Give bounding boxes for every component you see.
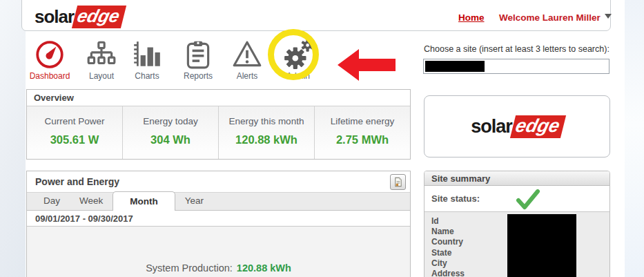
header-bar: solaredge Home Welcome Lauren Miller [21, 0, 611, 31]
page-background-right [625, 0, 644, 277]
tab-year[interactable]: Year [175, 192, 213, 210]
overview-stats-row: Current Power 305.61 W Energy today 304 … [27, 106, 410, 159]
nav-label-reports: Reports [176, 71, 220, 81]
stat-label: Energy this month [219, 116, 314, 126]
system-production-line: System Production:120.88 kWh [27, 227, 410, 274]
site-status-row: Site status: [425, 186, 609, 212]
hierarchy-icon [86, 39, 117, 70]
stat-value: 305.61 W [27, 133, 122, 146]
nav-label-alerts: Alerts [225, 71, 269, 81]
logo-text-solar: solar [471, 116, 512, 137]
green-checkmark-icon [516, 189, 540, 210]
date-range-text: 09/01/2017 - 09/30/2017 [27, 211, 410, 227]
system-production-value: 120.88 kWh [237, 262, 291, 274]
clipboard-icon [182, 39, 214, 70]
stat-label: Lifetime energy [315, 116, 410, 126]
solaredge-logo-large: solaredge [471, 115, 563, 138]
stat-energy-this-month: Energy this month 120.88 kWh [219, 106, 315, 159]
site-status-label: Site status: [431, 193, 480, 204]
site-summary-title: Site summary [425, 171, 609, 186]
gears-icon [282, 39, 314, 70]
chart-area: System Production:120.88 kWh [27, 227, 410, 277]
site-logo-box: solaredge [424, 95, 610, 157]
stat-lifetime-energy: Lifetime energy 2.75 MWh [315, 106, 410, 159]
tab-day[interactable]: Day [34, 192, 70, 210]
nav-item-admin[interactable]: Admin [276, 39, 320, 81]
page-background-left [0, 0, 26, 277]
nav-item-layout[interactable]: Layout [79, 39, 124, 81]
nav-label-charts: Charts [125, 71, 169, 81]
stat-label: Energy today [123, 116, 218, 126]
nav-item-dashboard[interactable]: Dashboard [28, 39, 72, 81]
nav-item-charts[interactable]: Charts [125, 39, 169, 81]
logo-text-edge: edge [513, 115, 562, 137]
solaredge-logo: solaredge [35, 6, 124, 28]
logo-red-parallelogram: edge [72, 6, 126, 28]
home-link[interactable]: Home [458, 12, 485, 23]
overview-panel: Overview Current Power 305.61 W Energy t… [26, 89, 411, 160]
welcome-user-text: Welcome Lauren Miller [499, 12, 601, 23]
export-chart-button[interactable] [390, 174, 406, 190]
tab-month[interactable]: Month [113, 191, 175, 211]
power-and-energy-header: Power and Energy [27, 171, 410, 192]
gauge-icon [34, 39, 66, 70]
logo-text-edge: edge [75, 6, 122, 27]
site-summary-fields: Id Name Country State City Address [425, 212, 609, 277]
nav-label-admin: Admin [276, 71, 320, 81]
export-document-icon [393, 177, 403, 187]
warning-triangle-icon [231, 39, 263, 70]
stat-energy-today: Energy today 304 Wh [123, 106, 219, 159]
site-search-redaction [425, 61, 485, 72]
overview-title: Overview [27, 90, 410, 106]
tab-week[interactable]: Week [70, 192, 113, 210]
power-and-energy-panel: Power and Energy Day Week Month Year 09/… [26, 171, 411, 277]
stat-value: 304 Wh [123, 133, 218, 146]
site-search-label: Choose a site (insert at least 3 letters… [424, 44, 609, 54]
user-menu-chevron-down-icon[interactable] [605, 14, 612, 19]
red-arrow-annotation [338, 49, 396, 82]
stat-value: 2.75 MWh [315, 133, 410, 146]
nav-item-reports[interactable]: Reports [176, 39, 220, 81]
power-and-energy-title: Power and Energy [35, 176, 119, 187]
site-summary-panel: Site summary Site status: Id Name Countr… [424, 171, 610, 277]
system-production-label: System Production: [146, 262, 233, 274]
bar-chart-icon [131, 39, 163, 70]
period-tab-bar: Day Week Month Year [27, 192, 410, 211]
nav-item-alerts[interactable]: Alerts [225, 39, 269, 81]
site-values-redaction [507, 214, 576, 277]
stat-label: Current Power [27, 116, 122, 126]
stat-current-power: Current Power 305.61 W [27, 106, 123, 159]
nav-label-layout: Layout [79, 71, 124, 81]
stat-value: 120.88 kWh [219, 133, 314, 146]
logo-red-parallelogram: edge [510, 115, 566, 138]
logo-text-solar: solar [35, 6, 74, 28]
nav-label-dashboard: Dashboard [28, 71, 72, 81]
